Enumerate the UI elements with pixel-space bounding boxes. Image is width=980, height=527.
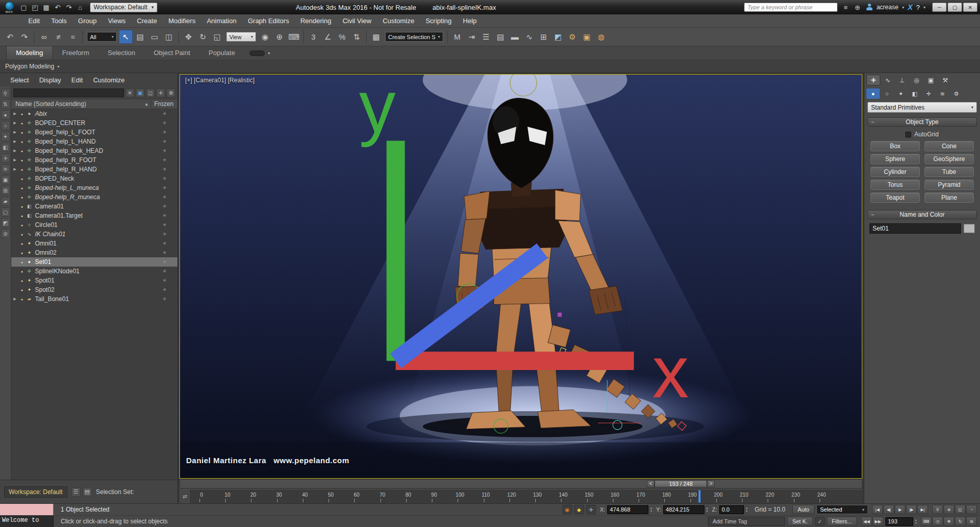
frozen-icon[interactable]: ✳ xyxy=(152,130,177,135)
visibility-bulb-icon[interactable]: ● xyxy=(19,297,25,301)
layer-manager-icon[interactable]: ☰ xyxy=(479,30,493,44)
frame-spinner[interactable]: ▴ ▾ xyxy=(915,518,917,524)
torus-button[interactable]: Torus xyxy=(870,180,920,190)
spin-down-icon[interactable]: ▾ xyxy=(706,510,708,513)
name-column-header[interactable]: Name (Sorted Ascending) ▲ xyxy=(11,100,151,108)
viewport-canvas[interactable]: [+] [Camera01] [Realistic] Daniel Martin… xyxy=(179,74,862,479)
project-folder-icon[interactable]: ⌂ xyxy=(75,2,86,13)
modify-tab[interactable]: ∿ xyxy=(881,75,895,85)
select-and-link-icon[interactable]: ∞ xyxy=(37,30,51,44)
next-key-button[interactable]: ▶▶ xyxy=(873,517,883,526)
x-spinner[interactable]: ▴ ▾ xyxy=(650,506,652,513)
autogrid-checkbox[interactable] xyxy=(905,132,911,137)
macro-recorder-strip[interactable] xyxy=(0,504,53,515)
list-item[interactable]: ●●Set01✳ xyxy=(11,257,177,267)
previous-frame-arrow[interactable]: < xyxy=(647,480,655,487)
y-coordinate-field[interactable]: 4824.215 xyxy=(663,505,704,514)
spin-down-icon[interactable]: ▾ xyxy=(915,521,917,524)
explorer-find-icon[interactable]: ⚲ xyxy=(1,89,10,98)
tube-button[interactable]: Tube xyxy=(924,167,974,177)
list-item[interactable]: ▶●✛Boped_help_R_FOOT✳ xyxy=(11,155,177,165)
new-scene-icon[interactable]: ▢ xyxy=(18,2,29,13)
select-by-name-icon[interactable]: ▤ xyxy=(133,30,147,44)
spin-down-icon[interactable]: ▾ xyxy=(650,510,652,513)
explorer-search-input[interactable] xyxy=(13,89,124,97)
render-production-icon[interactable]: ◍ xyxy=(594,30,608,44)
menu-item-graph-editors[interactable]: Graph Editors xyxy=(242,14,295,27)
pick-parent-icon[interactable]: ✛ xyxy=(156,89,165,97)
list-item[interactable]: ●◧Camera01.Target✳ xyxy=(11,211,177,220)
maximize-button[interactable]: ▢ xyxy=(948,3,962,12)
tab-modeling[interactable]: Modeling xyxy=(6,46,53,60)
workspace-button[interactable]: Workspace: Default xyxy=(4,486,67,498)
rectangular-selection-region-icon[interactable]: ▭ xyxy=(148,30,161,44)
z-spinner[interactable]: ▴ ▾ xyxy=(746,506,748,513)
current-frame-field[interactable]: 193 xyxy=(885,517,913,526)
frozen-icon[interactable]: ✳ xyxy=(152,148,177,153)
frozen-icon[interactable]: ✳ xyxy=(152,157,177,163)
previous-frame-button[interactable]: ◀| xyxy=(883,505,894,514)
frozen-icon[interactable]: ✳ xyxy=(152,296,177,302)
keyboard-shortcut-override-icon[interactable]: ⌨ xyxy=(287,30,301,44)
list-item[interactable]: ●○Circle01✳ xyxy=(11,220,177,230)
zoom-extents-icon[interactable]: ◱ xyxy=(955,505,966,514)
list-item[interactable]: ●✛SplineIKNode01✳ xyxy=(11,267,177,276)
undo-icon[interactable]: ↶ xyxy=(52,2,63,13)
list-item[interactable]: ▶●✛Boped_help_L_FOOT✳ xyxy=(11,128,177,137)
select-children-icon[interactable]: ⊕ xyxy=(167,89,175,97)
geometry-category-icon[interactable]: ● xyxy=(866,89,880,99)
polygon-modeling-panel-label[interactable]: Polygon Modeling xyxy=(5,63,54,70)
rendered-frame-window-icon[interactable]: ▣ xyxy=(580,30,594,44)
visibility-bulb-icon[interactable]: ● xyxy=(19,223,25,227)
visibility-bulb-icon[interactable]: ● xyxy=(19,159,25,162)
align-icon[interactable]: ⇥ xyxy=(465,30,479,44)
select-and-rotate-icon[interactable]: ↻ xyxy=(196,30,210,44)
open-file-icon[interactable]: ◰ xyxy=(29,2,41,13)
visibility-bulb-icon[interactable]: ● xyxy=(19,251,25,255)
chevron-down-icon[interactable]: ▾ xyxy=(923,5,925,10)
edit-named-selection-sets-icon[interactable]: ▦ xyxy=(369,30,383,44)
help-icon[interactable]: ? xyxy=(916,4,920,11)
cylinder-button[interactable]: Cylinder xyxy=(870,167,920,177)
ribbon-toggle-icon[interactable]: ▬ xyxy=(508,30,522,44)
display-tab[interactable]: ▣ xyxy=(924,75,938,85)
y-spinner[interactable]: ▴ ▾ xyxy=(706,506,708,513)
mirror-icon[interactable]: M xyxy=(450,30,464,44)
frozen-icon[interactable]: ✳ xyxy=(152,111,177,116)
list-item[interactable]: ●✦Spot02✳ xyxy=(11,285,177,294)
frozen-icon[interactable]: ✳ xyxy=(152,195,177,200)
next-frame-button[interactable]: |▶ xyxy=(906,505,917,514)
use-pivot-point-icon[interactable]: ◉ xyxy=(258,30,272,44)
list-item[interactable]: ●✦Spot01✳ xyxy=(11,276,177,285)
explorer-menu-customize[interactable]: Customize xyxy=(88,76,130,84)
explorer-menu-select[interactable]: Select xyxy=(5,76,34,84)
list-item[interactable]: ●✛Boped-help_R_muneca✳ xyxy=(11,192,177,202)
expand-arrow-icon[interactable]: ▶ xyxy=(11,130,19,134)
list-item[interactable]: ●✛Boped-help_L_muneca✳ xyxy=(11,183,177,192)
list-item[interactable]: ▶●✛Boped_help_L_HAND✳ xyxy=(11,137,177,146)
x-coordinate-field[interactable]: 474.868 xyxy=(607,505,648,514)
named-selection-sets-dropdown[interactable]: Create Selection S▾ xyxy=(385,32,443,42)
visibility-bulb-icon[interactable]: ● xyxy=(19,177,25,181)
advanced-filter-icon[interactable]: ▣ xyxy=(136,89,144,97)
list-item[interactable]: ●✛BOPED_Neck✳ xyxy=(11,174,177,183)
spin-down-icon[interactable]: ▾ xyxy=(746,510,748,513)
visibility-bulb-icon[interactable]: ● xyxy=(19,186,25,190)
frozen-icon[interactable]: ✳ xyxy=(152,185,177,190)
object-type-rollout-header[interactable]: − Object Type xyxy=(867,117,977,127)
angle-snap-icon[interactable]: ∠ xyxy=(321,30,335,44)
field-of-view-icon[interactable]: ◔ xyxy=(966,505,977,514)
lock-cell-editing-icon[interactable]: ◻ xyxy=(146,89,155,97)
frozen-icon[interactable]: ✳ xyxy=(152,241,177,246)
helpers-category-icon[interactable]: ✛ xyxy=(922,89,935,99)
visibility-bulb-icon[interactable]: ● xyxy=(19,205,25,208)
expand-arrow-icon[interactable]: ▶ xyxy=(11,158,19,162)
pan-icon[interactable]: ✥ xyxy=(943,517,954,526)
menu-item-views[interactable]: Views xyxy=(102,14,131,27)
ribbon-minimize-icon[interactable]: ▾ xyxy=(268,51,270,56)
expand-arrow-icon[interactable]: ▶ xyxy=(11,149,19,153)
play-button[interactable]: ▶ xyxy=(895,505,905,514)
frozen-icon[interactable]: ✳ xyxy=(152,278,177,283)
z-coordinate-field[interactable]: 0.0 xyxy=(719,505,744,514)
expand-arrow-icon[interactable]: ▶ xyxy=(11,167,19,171)
